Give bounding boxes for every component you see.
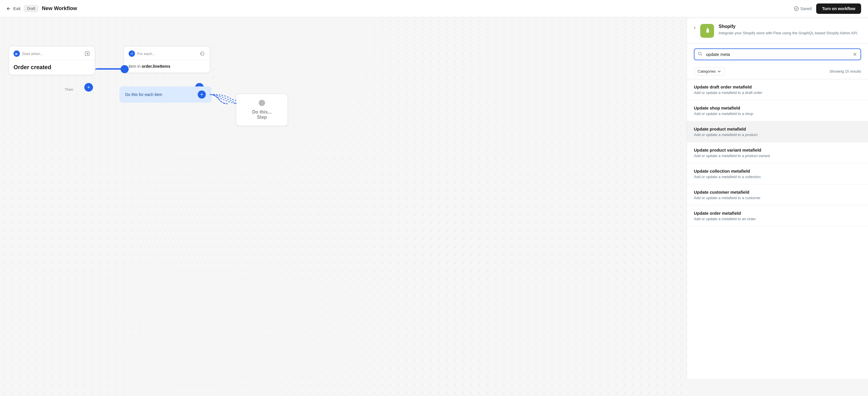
result-title: Update product variant metafield — [694, 147, 861, 152]
result-title: Update draft order metafield — [694, 84, 861, 89]
shopify-logo — [700, 24, 714, 38]
results-count: Showing 15 results — [830, 69, 861, 74]
foreach-item-bold: order.lineItems — [142, 64, 170, 68]
result-item[interactable]: Update product metafield Add or update a… — [687, 121, 868, 142]
workflow-canvas[interactable]: ▶ Start when... Order created Then + ↺ F… — [0, 17, 687, 396]
categories-label: Categories — [698, 69, 716, 74]
chevron-down-icon — [717, 70, 721, 73]
search-area: ✕ — [687, 44, 868, 65]
side-panel: Select action ✕ ‹ Shopify Integrate your… — [687, 0, 868, 379]
foreach-node-body: item in order.lineItems — [124, 60, 210, 73]
foreach-icon: ↺ — [129, 51, 135, 57]
magnifier-icon — [698, 52, 703, 56]
categories-button[interactable]: Categories — [694, 67, 725, 76]
exit-icon — [7, 6, 11, 11]
trigger-icon: ▶ — [13, 51, 20, 57]
result-description: Add or update a metafield to an order — [694, 217, 861, 221]
search-icon — [694, 52, 706, 57]
result-description: Add or update a metafield to a draft ord… — [694, 90, 861, 95]
foreach-node-header: ↺ For each... — [124, 47, 210, 60]
result-item[interactable]: Update product variant metafield Add or … — [687, 142, 868, 163]
export-icon — [84, 51, 90, 56]
saved-indicator: Saved — [794, 6, 812, 11]
draft-badge: Draft — [24, 5, 38, 12]
step-label-text: Step — [252, 115, 272, 120]
result-title: Update shop metafield — [694, 106, 861, 110]
result-item[interactable]: Update customer metafield Add or update … — [687, 185, 868, 205]
turn-on-button[interactable]: Turn on workflow — [816, 3, 861, 14]
add-foreach-item-button[interactable]: + — [198, 90, 206, 98]
result-description: Add or update a metafield to a product — [694, 133, 861, 137]
flow-connectors — [0, 17, 687, 396]
result-description: Add or update a metafield to a product v… — [694, 153, 861, 158]
connector-arrows — [0, 17, 687, 396]
refresh-icon — [199, 51, 205, 56]
result-item[interactable]: Update shop metafield Add or update a me… — [687, 100, 868, 121]
workflow-title: New Workflow — [42, 5, 77, 11]
saved-label: Saved — [800, 6, 812, 11]
result-description: Add or update a metafield to a collectio… — [694, 175, 861, 179]
foreach-bar-label: Do this for each item — [125, 92, 162, 97]
shopify-name: Shopify — [719, 24, 858, 29]
step-node: Do this... Step — [236, 94, 288, 126]
result-title: Update collection metafield — [694, 169, 861, 173]
filter-bar: Categories Showing 15 results — [687, 65, 868, 79]
result-description: Add or update a metafield to a customer — [694, 196, 861, 200]
foreach-node: ↺ For each... item in order.lineItems — [124, 46, 210, 73]
result-item[interactable]: Update order metafield Add or update a m… — [687, 205, 868, 227]
shopify-icon — [703, 27, 711, 35]
topbar-right: Saved Turn on workflow — [794, 3, 861, 14]
foreach-item-label: item in — [129, 64, 142, 68]
step-circle — [259, 100, 265, 106]
clear-search-button[interactable]: ✕ — [849, 51, 861, 58]
foreach-label: For each... — [137, 52, 155, 56]
order-created-title: Order created — [13, 64, 90, 70]
topbar-left: Exit Draft New Workflow — [7, 5, 77, 12]
back-button[interactable]: ‹ — [694, 25, 695, 31]
result-description: Add or update a metafield to a shop — [694, 112, 861, 116]
start-node-body: Order created — [9, 60, 95, 75]
topbar: Exit Draft New Workflow Saved Turn on wo… — [0, 0, 868, 17]
shopify-description: Integrate your Shopify store with Flow u… — [719, 30, 858, 36]
foreach-body-text: item in order.lineItems — [129, 64, 205, 68]
add-after-start-button[interactable]: + — [84, 83, 93, 92]
shopify-header: ‹ Shopify Integrate your Shopify store w… — [687, 18, 868, 44]
exit-label: Exit — [13, 6, 21, 11]
start-node-header: ▶ Start when... — [9, 47, 95, 60]
result-item[interactable]: Update collection metafield Add or updat… — [687, 163, 868, 185]
result-title: Update customer metafield — [694, 190, 861, 195]
result-title: Update order metafield — [694, 211, 861, 216]
step-do-this-label: Do this... Step — [252, 110, 272, 120]
result-title: Update product metafield — [694, 126, 861, 132]
results-list: Update draft order metafield Add or upda… — [687, 79, 868, 379]
start-node-label: Start when... — [22, 52, 43, 56]
then-label-start: Then — [65, 87, 73, 92]
exit-button[interactable]: Exit — [7, 6, 21, 11]
search-wrapper: ✕ — [694, 49, 861, 60]
start-node: ▶ Start when... Order created — [9, 46, 95, 75]
shopify-info: Shopify Integrate your Shopify store wit… — [719, 24, 858, 36]
foreach-bar: Do this for each item + — [119, 86, 212, 103]
main-area: ▶ Start when... Order created Then + ↺ F… — [0, 17, 868, 396]
result-item[interactable]: Update draft order metafield Add or upda… — [687, 79, 868, 100]
search-input[interactable] — [706, 49, 849, 60]
check-circle-icon — [794, 6, 799, 11]
